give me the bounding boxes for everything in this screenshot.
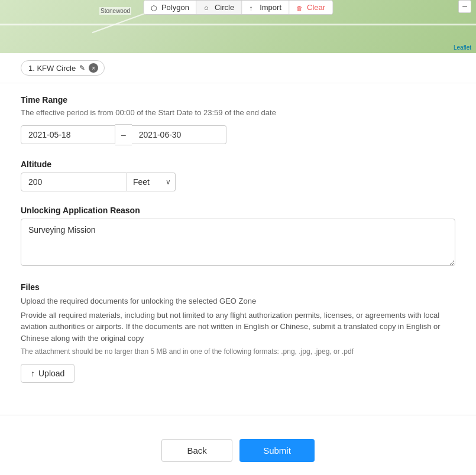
zone-tag-label: 1. KFW Circle: [28, 64, 76, 73]
upload-label: Upload: [38, 369, 64, 378]
map-background: Stonewood Polygon Circle Import Clear −: [0, 0, 476, 53]
zone-tag: 1. KFW Circle ✎ ×: [21, 60, 105, 76]
circle-icon: [204, 4, 212, 12]
reason-section: Unlocking Application Reason Surveying M…: [21, 206, 455, 268]
circle-button[interactable]: Circle: [197, 1, 242, 14]
start-date-input[interactable]: [21, 125, 115, 144]
upload-button[interactable]: Upload: [21, 364, 75, 383]
altitude-title: Altitude: [21, 160, 455, 169]
map-area: Stonewood Polygon Circle Import Clear −: [0, 0, 476, 53]
footer-divider: [0, 415, 476, 415]
leaflet-attribution: Leaflet: [454, 44, 471, 51]
import-button[interactable]: Import: [242, 1, 289, 14]
zone-tag-area: 1. KFW Circle ✎ ×: [0, 53, 476, 83]
polygon-label: Polygon: [161, 3, 189, 12]
time-range-section: Time Range The effective period is from …: [21, 95, 455, 145]
altitude-row: Feet Meters: [21, 173, 455, 191]
zone-tag-close-button[interactable]: ×: [89, 63, 98, 73]
polygon-icon: [151, 4, 159, 12]
date-separator: –: [115, 124, 132, 145]
unit-select-wrapper: Feet Meters: [127, 173, 176, 191]
files-desc1: Upload the required documents for unlock…: [21, 295, 455, 307]
submit-button[interactable]: Submit: [239, 439, 315, 462]
import-icon: [249, 4, 257, 12]
reason-textarea[interactable]: Surveying Mission: [21, 219, 455, 266]
upload-icon: [31, 369, 35, 378]
zoom-out-button[interactable]: −: [458, 0, 471, 13]
files-desc2: Provide all required materials, includin…: [21, 310, 455, 344]
circle-label: Circle: [215, 3, 234, 12]
altitude-section: Altitude Feet Meters: [21, 160, 455, 191]
polygon-button[interactable]: Polygon: [144, 1, 197, 14]
map-place-label: Stonewood: [99, 7, 131, 15]
end-date-input[interactable]: [132, 125, 226, 144]
time-range-description: The effective period is from 00:00 of th…: [21, 108, 455, 117]
time-range-title: Time Range: [21, 95, 455, 105]
bottom-bar: Back Submit: [0, 427, 476, 475]
main-content: Time Range The effective period is from …: [0, 83, 476, 409]
reason-title: Unlocking Application Reason: [21, 206, 455, 215]
clear-button[interactable]: Clear: [289, 1, 332, 14]
files-section: Files Upload the required documents for …: [21, 282, 455, 383]
date-range-row: –: [21, 124, 455, 145]
files-desc3: The attachment should be no larger than …: [21, 346, 455, 357]
zone-tag-edit-button[interactable]: ✎: [79, 64, 85, 72]
altitude-input[interactable]: [21, 173, 127, 191]
files-title: Files: [21, 282, 455, 292]
trash-icon: [296, 4, 305, 12]
import-label: Import: [260, 3, 281, 12]
zoom-out-icon: −: [462, 1, 467, 12]
map-toolbar: Polygon Circle Import Clear: [143, 0, 333, 15]
map-road-h: [0, 24, 476, 25]
clear-label: Clear: [307, 3, 325, 12]
back-button[interactable]: Back: [161, 439, 232, 462]
unit-select[interactable]: Feet Meters: [127, 173, 176, 191]
